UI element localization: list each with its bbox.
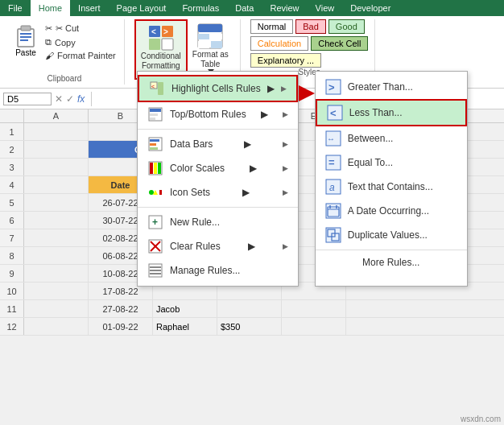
menu-divider-1 [138,129,298,130]
cell-a1[interactable] [24,123,89,140]
cell-a11[interactable] [24,300,89,317]
bad-style[interactable]: Bad [295,19,326,34]
tab-insert[interactable]: Insert [70,0,109,16]
cell-e12[interactable] [282,318,346,335]
cut-button[interactable]: ✂ ✂ Cut [43,23,118,35]
tab-file[interactable]: File [0,0,31,16]
colorscales-arrow: ▶ [250,163,257,174]
tab-developer[interactable]: Developer [342,0,399,16]
less-than-icon: < [327,105,343,121]
menu-item-data-bars[interactable]: Data Bars ▶ [138,132,298,156]
svg-rect-26 [150,143,156,146]
menu-item-text-contains[interactable]: a Text that Contains... [316,175,467,199]
cell-c11[interactable]: Jacob [153,300,217,317]
cell-a3[interactable] [24,159,89,175]
row-header: 8 [0,247,24,264]
menu-item-duplicate-values[interactable]: Duplicate Values... [316,223,467,247]
copy-label: Copy [55,38,76,47]
svg-rect-14 [211,34,222,39]
menu-item-color-scales[interactable]: Color Scales ▶ [138,156,298,180]
check-cell-style[interactable]: Check Cell [311,36,368,51]
svg-rect-4 [20,39,28,41]
cell-a6[interactable] [24,212,89,229]
tab-pagelayout[interactable]: Page Layout [109,0,175,16]
format-table-label: Format asTable [192,50,229,69]
menu-item-clear-rules[interactable]: Clear Rules ▶ [138,234,298,258]
copy-button[interactable]: ⧉ Copy [43,36,118,48]
tab-data[interactable]: Data [227,0,262,16]
highlight-cells-label: Highlight Cells Rules [171,83,261,94]
cell-a12[interactable] [24,318,89,335]
menu-item-more-rules[interactable]: More Rules... [316,253,467,272]
cancel-icon[interactable]: ✕ [55,93,63,105]
svg-text:<: < [330,107,337,119]
svg-rect-1 [21,26,31,31]
format-painter-button[interactable]: 🖌 Format Painter [43,50,118,61]
between-icon: ↔ [325,130,341,146]
text-contains-label: Text that Contains... [348,181,433,192]
highlight-arrow: ▶ [267,83,275,94]
menu-item-highlight-cells-rules[interactable]: < Highlight Cells Rules ▶ [138,75,298,102]
menu-item-between[interactable]: ↔ Between... [316,126,467,151]
row-header: 2 [0,141,24,158]
name-box[interactable] [3,93,52,105]
cell-a7[interactable] [24,229,89,246]
menu-item-manage-rules[interactable]: Manage Rules... [138,258,298,283]
cell-d12[interactable]: $350 [217,318,282,335]
confirm-icon[interactable]: ✓ [66,93,74,105]
newrule-icon: + [147,214,163,230]
format-as-table-button[interactable]: Format asTable [188,19,233,76]
menu-item-equal-to[interactable]: = Equal To... [316,151,467,175]
less-than-label: Less Than... [349,107,403,118]
menu-item-icon-sets[interactable]: Icon Sets ▶ [138,180,298,204]
tab-home[interactable]: Home [31,0,70,16]
databars-arrow: ▶ [244,138,251,150]
menu-item-greater-than[interactable]: > Greater Than... [316,75,467,99]
good-style[interactable]: Good [328,19,365,34]
conditional-formatting-icon: < > [147,24,175,52]
cell-a4[interactable] [24,176,89,193]
row-header: 5 [0,194,24,211]
table-row: 11 27-08-22 Jacob [0,300,504,318]
calculation-style[interactable]: Calculation [250,36,308,51]
cell-a8[interactable] [24,247,89,264]
explanatory-style[interactable]: Explanatory ... [250,53,321,68]
tab-formulas[interactable]: Formulas [174,0,227,16]
row-header: 4 [0,176,24,193]
greater-than-icon: > [325,79,341,95]
row-header: 10 [0,283,24,299]
duplicate-values-label: Duplicate Values... [348,229,428,241]
tab-review[interactable]: Review [262,0,307,16]
cell-b12[interactable]: 01-09-22 [89,318,153,335]
cell-a2[interactable] [24,141,89,158]
svg-rect-15 [198,41,209,48]
cell-a10[interactable] [24,283,89,299]
cell-c12[interactable]: Raphael [153,318,217,335]
secondary-divider [316,250,467,250]
paste-button[interactable]: Paste [11,19,40,60]
svg-text:=: = [328,156,335,168]
cell-a9[interactable] [24,265,89,282]
svg-rect-60 [326,228,341,242]
menu-item-top-bottom[interactable]: Top/Bottom Rules ▶ [138,102,298,126]
iconsets-label: Icon Sets [170,187,210,198]
col-header-a[interactable]: A [24,109,89,122]
duplicate-values-icon [325,227,341,243]
iconsets-arrow: ▶ [242,187,250,198]
tab-view[interactable]: View [308,0,343,16]
svg-rect-8 [162,39,173,50]
cell-e11[interactable] [282,300,346,317]
cell-a5[interactable] [24,194,89,211]
format-painter-label: Format Painter [57,51,116,60]
svg-rect-27 [150,147,158,150]
colorscales-label: Color Scales [170,163,225,174]
menu-item-new-rule[interactable]: + New Rule... [138,210,298,234]
normal-style[interactable]: Normal [250,19,293,34]
topbottom-arrow: ▶ [261,109,268,120]
menu-item-less-than[interactable]: < Less Than... [316,99,467,126]
format-table-icon [196,23,224,50]
function-icon[interactable]: fx [77,93,85,105]
menu-item-date-occurring[interactable]: A Date Occurring... [316,199,467,223]
cell-b11[interactable]: 27-08-22 [89,300,153,317]
cell-d11[interactable] [217,300,282,317]
